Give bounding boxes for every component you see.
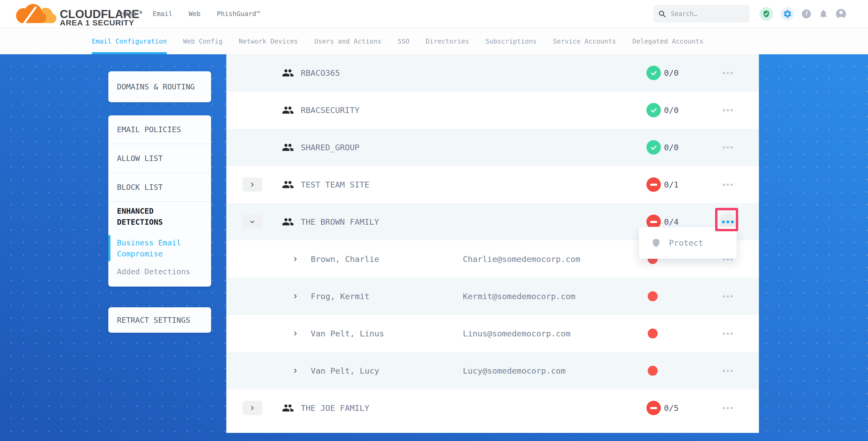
- notifications-button[interactable]: [818, 9, 828, 19]
- row-actions-button[interactable]: [719, 362, 736, 379]
- row-actions-button[interactable]: [719, 139, 736, 156]
- member-row-van-pelt-linus: Van Pelt, LinusLinus@somedemocorp.com: [226, 315, 759, 352]
- row-actions-button[interactable]: [719, 101, 736, 119]
- search-input[interactable]: [670, 10, 745, 18]
- chevron-down-icon: [249, 219, 255, 225]
- top-nav-item-phishguard[interactable]: PhishGuard™: [217, 10, 260, 18]
- tab-email-configuration[interactable]: Email Configuration: [92, 28, 167, 54]
- sidebar-item-business-email-compromise[interactable]: Business Email Compromise: [108, 234, 211, 262]
- user-avatar-button[interactable]: [836, 9, 846, 19]
- sidebar-policies-card: EMAIL POLICIESALLOW LISTBLOCK LISTENHANC…: [108, 115, 211, 287]
- group-icon: [282, 216, 294, 228]
- member-email: Linus@somedemocorp.com: [463, 329, 570, 338]
- sidebar-item-label: Business Email Compromise: [117, 237, 203, 259]
- cloudflare-logo-icon: [13, 2, 58, 28]
- sidebar-item-label: RETRACT SETTINGS: [117, 316, 190, 324]
- area1-security-app: CLOUDFLARE® AREA 1 SECURITY HomeEmailWeb…: [0, 0, 868, 441]
- tab-users-and-actions[interactable]: Users and Actions: [314, 28, 381, 54]
- row-actions-button[interactable]: [719, 325, 736, 342]
- row-actions-button[interactable]: [719, 288, 736, 305]
- chevron-right-icon: [292, 368, 298, 374]
- tab-delegated-accounts[interactable]: Delegated Accounts: [632, 28, 703, 54]
- row-actions-button[interactable]: [719, 64, 736, 82]
- search-icon: [658, 10, 666, 18]
- group-row-the-joe-family: THE JOE FAMILY0/5: [226, 389, 759, 427]
- tab-subscriptions[interactable]: Subscriptions: [486, 28, 537, 54]
- row-actions-button[interactable]: [719, 176, 736, 193]
- section-tab-bar: Email ConfigurationWeb ConfigNetwork Dev…: [0, 28, 868, 54]
- sidebar-item-label: ALLOW LIST: [117, 154, 163, 163]
- member-row-van-pelt-lucy: Van Pelt, LucyLucy@somedemocorp.com: [226, 352, 759, 389]
- top-nav-item-home[interactable]: Home: [121, 10, 136, 18]
- status-badge-ok: [646, 66, 661, 80]
- sidebar-item-allow-list[interactable]: ALLOW LIST: [108, 144, 211, 173]
- member-name: Frog, Kermit: [311, 291, 370, 301]
- sidebar-item-added-detections[interactable]: Added Detections: [108, 262, 211, 281]
- expand-toggle-button[interactable]: [242, 178, 262, 192]
- member-name: Brown, Charlie: [311, 254, 379, 264]
- sidebar-item-domains-routing[interactable]: DOMAINS & ROUTING: [108, 71, 211, 102]
- status-dot-alert: [648, 328, 658, 339]
- sidebar-item-label: BLOCK LIST: [117, 183, 163, 192]
- group-row-rbaco365: RBACO3650/0: [226, 54, 759, 92]
- tab-directories[interactable]: Directories: [426, 28, 469, 54]
- chevron-right-icon: [292, 256, 298, 262]
- chevron-right-icon: [249, 182, 255, 187]
- group-name: RBACO365: [301, 68, 340, 77]
- row-context-menu: Protect: [639, 227, 737, 259]
- group-icon: [282, 402, 294, 414]
- top-nav-item-email[interactable]: Email: [153, 10, 172, 18]
- chevron-right-icon: [292, 293, 298, 299]
- top-nav-item-web[interactable]: Web: [189, 10, 200, 18]
- group-icon: [282, 104, 294, 116]
- group-name: THE BROWN FAMILY: [301, 217, 379, 226]
- member-name: Van Pelt, Lucy: [311, 366, 379, 375]
- click-highlight-box: [715, 208, 738, 231]
- tab-web-config[interactable]: Web Config: [183, 28, 223, 54]
- protected-count: 0/0: [664, 143, 679, 152]
- sidebar-item-enhanced-detections: ENHANCED DETECTIONS: [108, 202, 211, 234]
- sidebar-item-label: DOMAINS & ROUTING: [117, 82, 195, 91]
- protected-count: 0/4: [664, 217, 679, 226]
- group-row-shared-group: SHARED_GROUP0/0: [226, 129, 759, 166]
- search-box: [653, 5, 749, 23]
- expand-toggle-button[interactable]: [242, 215, 262, 229]
- group-icon: [282, 141, 294, 153]
- protected-count: 0/0: [664, 105, 679, 115]
- content-area: DOMAINS & ROUTING EMAIL POLICIESALLOW LI…: [0, 54, 868, 441]
- bell-icon: [818, 9, 828, 19]
- sidebar-item-retract-settings[interactable]: RETRACT SETTINGS: [108, 307, 211, 333]
- status-badge-ok: [646, 103, 661, 118]
- minus-icon: [650, 407, 657, 409]
- shield-icon: [651, 238, 661, 248]
- status-dot-alert: [648, 291, 658, 301]
- member-email: Charlie@somedemocorp.com: [463, 254, 580, 264]
- protection-status-button[interactable]: [760, 7, 773, 21]
- sidebar-item-label: EMAIL POLICIES: [117, 125, 181, 134]
- top-nav: HomeEmailWebPhishGuard™: [121, 0, 260, 28]
- top-bar: CLOUDFLARE® AREA 1 SECURITY HomeEmailWeb…: [0, 0, 868, 28]
- group-row-rbacsecurity: RBACSECURITY0/0: [226, 92, 759, 129]
- sidebar-item-label: ENHANCED DETECTIONS: [117, 206, 203, 228]
- shield-check-icon: [762, 10, 770, 18]
- protected-count: 0/5: [664, 403, 679, 413]
- group-name: RBACSECURITY: [301, 105, 360, 115]
- minus-icon: [650, 184, 657, 186]
- tab-service-accounts[interactable]: Service Accounts: [553, 28, 616, 54]
- sidebar-item-label: Added Detections: [117, 266, 190, 277]
- sidebar-item-email-policies[interactable]: EMAIL POLICIES: [108, 115, 211, 144]
- protected-count: 0/0: [664, 68, 679, 77]
- tab-sso[interactable]: SSO: [398, 28, 409, 54]
- settings-button[interactable]: [781, 7, 794, 21]
- sidebar-item-block-list[interactable]: BLOCK LIST: [108, 173, 211, 202]
- status-dot-alert: [648, 366, 658, 376]
- help-button[interactable]: ?: [802, 9, 811, 18]
- chevron-right-icon: [292, 330, 298, 336]
- menu-item-protect[interactable]: Protect: [669, 238, 703, 248]
- check-icon: [650, 106, 658, 114]
- check-icon: [650, 69, 658, 77]
- expand-toggle-button[interactable]: [242, 401, 262, 415]
- header-icon-group: ?: [760, 0, 846, 28]
- tab-network-devices[interactable]: Network Devices: [239, 28, 298, 54]
- row-actions-button[interactable]: [719, 399, 736, 417]
